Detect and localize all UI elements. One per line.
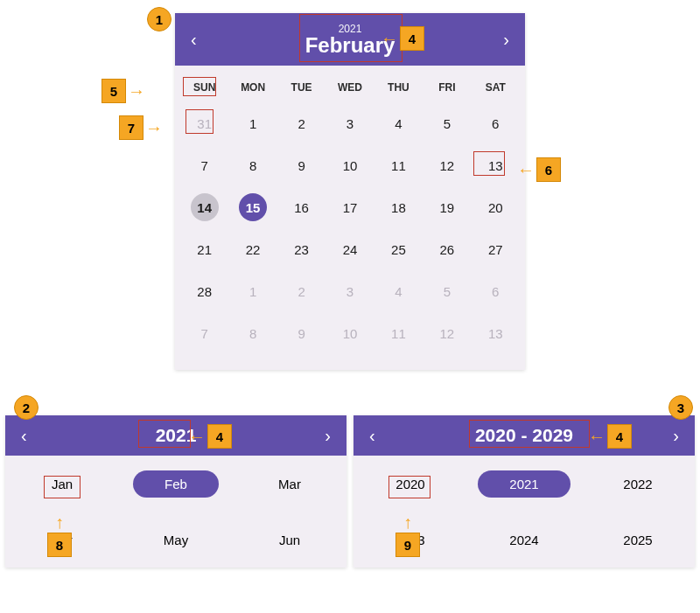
- day-cell[interactable]: 7: [180, 151, 228, 179]
- year-cell[interactable]: 2024: [467, 512, 581, 568]
- year-cell[interactable]: 2020: [354, 456, 467, 512]
- day-cell[interactable]: 2: [277, 277, 326, 305]
- day-cell[interactable]: 12: [423, 319, 471, 347]
- month-cell[interactable]: Feb: [119, 456, 233, 512]
- day-cell[interactable]: 26: [423, 235, 471, 263]
- day-cell[interactable]: 8: [228, 151, 276, 179]
- weekday-sat: SAT: [472, 81, 520, 94]
- day-cell[interactable]: 19: [423, 193, 471, 221]
- day-cell[interactable]: 5: [423, 277, 471, 305]
- month-cell[interactable]: May: [119, 512, 233, 568]
- arrow-right-icon: →: [128, 82, 145, 100]
- weekday-mon: MON: [228, 81, 276, 94]
- prev-decade-button[interactable]: ‹: [369, 426, 375, 446]
- month-year-toggle[interactable]: 2021 February: [197, 23, 504, 56]
- arrow-right-icon: →: [145, 119, 163, 136]
- weekday-wed: WED: [326, 81, 374, 94]
- prev-year-button[interactable]: ‹: [21, 426, 27, 446]
- year-cell[interactable]: 2021: [467, 456, 581, 512]
- day-cell[interactable]: 3: [326, 109, 374, 137]
- month-header: ‹ 2021 ›: [5, 415, 346, 456]
- next-month-button[interactable]: ›: [503, 30, 509, 50]
- day-cell[interactable]: 16: [277, 193, 326, 221]
- day-cell[interactable]: 10: [326, 319, 374, 347]
- day-cell[interactable]: 13: [472, 151, 520, 179]
- day-cell[interactable]: 18: [374, 193, 423, 221]
- day-cell[interactable]: 27: [472, 235, 520, 263]
- arrow-up-icon: ↑: [55, 513, 64, 531]
- callout-3: 3: [668, 395, 693, 420]
- day-cell[interactable]: 11: [374, 151, 423, 179]
- callout-5: 5 →: [102, 79, 145, 103]
- day-cell[interactable]: 9: [277, 151, 326, 179]
- day-cell[interactable]: 2: [277, 109, 326, 137]
- day-grid: 3112345678910111213141516171819202122232…: [175, 102, 525, 370]
- header-year: 2021: [197, 23, 504, 35]
- callout-4-year: ← 4: [588, 424, 632, 449]
- year-toggle[interactable]: 2021: [27, 425, 326, 446]
- next-year-button[interactable]: ›: [325, 426, 331, 446]
- day-cell[interactable]: 20: [472, 193, 520, 221]
- weekday-row: SUNMONTUEWEDTHUFRISAT: [175, 66, 525, 102]
- day-cell[interactable]: 28: [180, 277, 228, 305]
- callout-4-month: ← 4: [188, 424, 232, 449]
- callout-6: ← 6: [517, 157, 561, 182]
- month-cell[interactable]: Mar: [233, 456, 346, 512]
- day-cell[interactable]: 14: [180, 193, 228, 221]
- day-cell[interactable]: 6: [472, 277, 520, 305]
- day-cell[interactable]: 8: [228, 319, 276, 347]
- year-cell[interactable]: 2022: [581, 456, 695, 512]
- calendar-day-panel: ‹ 2021 February › SUNMONTUEWEDTHUFRISAT …: [175, 13, 525, 370]
- weekday-sun: SUN: [180, 81, 228, 94]
- callout-2: 2: [14, 395, 38, 420]
- day-cell[interactable]: 4: [374, 109, 423, 137]
- prev-month-button[interactable]: ‹: [191, 30, 197, 50]
- day-cell[interactable]: 31: [180, 109, 228, 137]
- day-cell[interactable]: 11: [374, 319, 423, 347]
- next-decade-button[interactable]: ›: [673, 426, 679, 446]
- day-cell[interactable]: 10: [326, 151, 374, 179]
- header-month: February: [197, 35, 504, 56]
- arrow-left-icon: ←: [381, 30, 398, 47]
- year-cell[interactable]: 2025: [581, 512, 695, 568]
- day-cell[interactable]: 13: [472, 319, 520, 347]
- day-cell[interactable]: 17: [326, 193, 374, 221]
- day-cell[interactable]: 3: [326, 277, 374, 305]
- day-cell[interactable]: 5: [423, 109, 471, 137]
- weekday-fri: FRI: [423, 81, 471, 94]
- day-header: ‹ 2021 February ›: [175, 13, 525, 66]
- callout-4-day: ← 4: [381, 26, 424, 51]
- arrow-left-icon: ←: [517, 161, 535, 178]
- day-cell[interactable]: 9: [277, 319, 326, 347]
- year-header: ‹ 2020 - 2029 ›: [354, 415, 695, 456]
- day-cell[interactable]: 7: [180, 319, 228, 347]
- callout-1: 1: [147, 7, 172, 31]
- arrow-up-icon: ↑: [403, 513, 412, 531]
- callout-9: ↑ 9: [396, 513, 420, 557]
- day-cell[interactable]: 6: [472, 109, 520, 137]
- day-cell[interactable]: 15: [228, 193, 276, 221]
- day-cell[interactable]: 23: [277, 235, 326, 263]
- callout-8: ↑ 8: [47, 513, 72, 557]
- arrow-left-icon: ←: [588, 428, 606, 445]
- weekday-tue: TUE: [277, 81, 326, 94]
- day-cell[interactable]: 12: [423, 151, 471, 179]
- day-cell[interactable]: 24: [326, 235, 374, 263]
- callout-7: 7 →: [119, 115, 163, 140]
- weekday-thu: THU: [374, 81, 423, 94]
- day-cell[interactable]: 1: [228, 277, 276, 305]
- day-cell[interactable]: 21: [180, 235, 228, 263]
- day-cell[interactable]: 1: [228, 109, 276, 137]
- arrow-left-icon: ←: [188, 428, 206, 445]
- day-cell[interactable]: 25: [374, 235, 423, 263]
- month-cell[interactable]: Jun: [233, 512, 346, 568]
- month-cell[interactable]: Jan: [5, 456, 119, 512]
- day-cell[interactable]: 22: [228, 235, 276, 263]
- day-cell[interactable]: 4: [374, 277, 423, 305]
